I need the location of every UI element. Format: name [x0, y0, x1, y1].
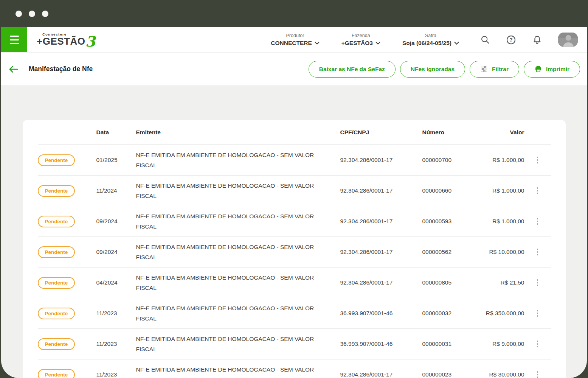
cell-valor: R$ 1.000,00 [473, 187, 524, 194]
status-badge: Pendente [38, 308, 75, 319]
cell-cpf-cnpj: 92.304.286/0001-17 [340, 371, 422, 378]
cell-emitente: NF-E EMITIDA EM AMBIENTE DE HOMOLOGACAO … [136, 272, 340, 293]
notifications-bell-icon[interactable] [532, 35, 542, 45]
produtor-selector[interactable]: Produtor CONNECTERE [271, 33, 320, 47]
row-kebab-menu-icon[interactable] [535, 277, 541, 288]
cell-valor: R$ 1.000,00 [473, 157, 524, 163]
status-badge: Pendente [38, 246, 75, 258]
row-kebab-menu-icon[interactable] [535, 154, 541, 166]
header-data: Data [96, 129, 136, 136]
cell-data: 11/2023 [96, 310, 136, 317]
table-row: Pendente 09/2024 NF-E EMITIDA EM AMBIENT… [38, 206, 551, 237]
cell-cpf-cnpj: 92.304.286/0001-17 [340, 279, 422, 286]
context-selectors: Produtor CONNECTERE Fazenda +GESTÃO3 Saf… [271, 27, 459, 52]
nfes-ignoradas-button[interactable]: NFes ignoradas [400, 61, 465, 78]
header-cpf-cnpj: CPF/CNPJ [340, 129, 422, 136]
logo-gestao-text: +GESTÃO [37, 36, 85, 47]
window-control-dot[interactable] [42, 11, 48, 17]
row-kebab-menu-icon[interactable] [535, 308, 541, 319]
table-row: Pendente 09/2024 NF-E EMITIDA EM AMBIENT… [38, 237, 551, 268]
status-badge: Pendente [38, 154, 75, 166]
table-row: Pendente 04/2024 NF-E EMITIDA EM AMBIENT… [38, 268, 551, 298]
cell-valor: R$ 9.000,00 [473, 341, 524, 347]
cell-cpf-cnpj: 92.304.286/0001-17 [340, 249, 422, 255]
safra-selector[interactable]: Safra Soja (06/24-05/25) [402, 33, 459, 47]
status-badge: Pendente [38, 185, 75, 197]
cell-emitente: NF-E EMITIDA EM AMBIENTE DE HOMOLOGACAO … [136, 303, 340, 324]
app-window: Connectere +GESTÃO 3 Produtor CONNECTERE… [1, 27, 587, 378]
cell-valor: R$ 350.000,00 [473, 310, 524, 317]
cell-valor: R$ 1.000,00 [473, 218, 524, 225]
chevron-down-icon [375, 42, 380, 45]
fazenda-label: Fazenda [341, 33, 380, 38]
header-valor: Valor [473, 129, 524, 136]
table-row: Pendente 11/2024 NF-E EMITIDA EM AMBIENT… [38, 176, 551, 206]
filter-sliders-icon [480, 65, 488, 73]
nfe-table-card: Data Emitente CPF/CNPJ Número Valor Pend… [23, 120, 566, 378]
chevron-down-icon [315, 42, 320, 45]
cell-cpf-cnpj: 92.304.286/0001-17 [340, 187, 422, 194]
window-control-dot[interactable] [29, 11, 35, 17]
search-icon[interactable] [480, 35, 490, 45]
produtor-label: Produtor [271, 33, 320, 38]
help-icon[interactable]: ? [506, 35, 516, 45]
cell-numero: 000000562 [422, 249, 473, 255]
cell-data: 01/2025 [96, 157, 136, 163]
cell-cpf-cnpj: 92.304.286/0001-17 [340, 157, 422, 163]
fazenda-selector[interactable]: Fazenda +GESTÃO3 [341, 33, 380, 47]
page-titlebar: Manifestação de Nfe Baixar as NFe da SeF… [1, 52, 587, 86]
safra-label: Safra [402, 33, 459, 38]
status-badge: Pendente [38, 338, 75, 350]
window-chrome [0, 0, 588, 27]
action-buttons: Baixar as NFe da SeFaz NFes ignoradas Fi… [309, 61, 580, 78]
table-row: Pendente 11/2023 NF-E EMITIDA EM AMBIENT… [38, 298, 551, 329]
row-kebab-menu-icon[interactable] [535, 246, 541, 258]
page-title: Manifestação de Nfe [29, 65, 93, 73]
printer-icon [534, 65, 542, 73]
window-control-dot[interactable] [16, 11, 22, 17]
hamburger-menu-button[interactable] [1, 27, 27, 52]
logo-3-accent: 3 [85, 36, 95, 47]
cell-cpf-cnpj: 92.304.286/0001-17 [340, 218, 422, 225]
cell-numero: 000000032 [422, 310, 473, 317]
cell-numero: 000000805 [422, 279, 473, 286]
row-kebab-menu-icon[interactable] [535, 216, 541, 227]
fazenda-value: +GESTÃO3 [341, 40, 373, 47]
cell-emitente: NF-E EMITIDA EM AMBIENTE DE HOMOLOGACAO … [136, 180, 340, 201]
chevron-down-icon [454, 42, 459, 45]
cell-numero: 000000593 [422, 218, 473, 225]
cell-cpf-cnpj: 36.993.907/0001-46 [340, 341, 422, 347]
cell-data: 09/2024 [96, 249, 136, 255]
cell-numero: 000000031 [422, 341, 473, 347]
baixar-nfe-sefaz-button[interactable]: Baixar as NFe da SeFaz [309, 61, 396, 78]
back-arrow-icon[interactable] [7, 64, 20, 75]
cell-emitente: NF-E EMITIDA EM AMBIENTE DE HOMOLOGACAO … [136, 364, 340, 378]
safra-value: Soja (06/24-05/25) [402, 40, 451, 47]
cell-data: 04/2024 [96, 279, 136, 286]
imprimir-button[interactable]: Imprimir [524, 61, 580, 78]
status-badge: Pendente [38, 216, 75, 227]
cell-emitente: NF-E EMITIDA EM AMBIENTE DE HOMOLOGACAO … [136, 334, 340, 354]
user-avatar[interactable] [558, 33, 578, 47]
cell-data: 09/2024 [96, 218, 136, 225]
cell-cpf-cnpj: 36.993.907/0001-46 [340, 310, 422, 317]
cell-data: 11/2024 [96, 187, 136, 194]
cell-emitente: NF-E EMITIDA EM AMBIENTE DE HOMOLOGACAO … [136, 242, 340, 262]
table-row: Pendente 11/2023 NF-E EMITIDA EM AMBIENT… [38, 329, 551, 359]
status-badge: Pendente [38, 369, 75, 378]
row-kebab-menu-icon[interactable] [535, 185, 541, 196]
cell-valor: R$ 30.000,00 [473, 371, 524, 378]
status-badge: Pendente [38, 277, 75, 289]
filtrar-button[interactable]: Filtrar [470, 61, 519, 78]
produtor-value: CONNECTERE [271, 40, 312, 47]
table-row: Pendente 01/2025 NF-E EMITIDA EM AMBIENT… [38, 145, 551, 176]
cell-numero: 000000700 [422, 157, 473, 163]
header-numero: Número [422, 129, 473, 136]
cell-numero: 000000023 [422, 371, 473, 378]
cell-data: 11/2023 [96, 371, 136, 378]
table-header-row: Data Emitente CPF/CNPJ Número Valor [38, 120, 551, 145]
top-navbar: Connectere +GESTÃO 3 Produtor CONNECTERE… [1, 27, 587, 52]
row-kebab-menu-icon[interactable] [535, 369, 541, 378]
cell-emitente: NF-E EMITIDA EM AMBIENTE DE HOMOLOGACAO … [136, 211, 340, 232]
row-kebab-menu-icon[interactable] [535, 338, 541, 350]
